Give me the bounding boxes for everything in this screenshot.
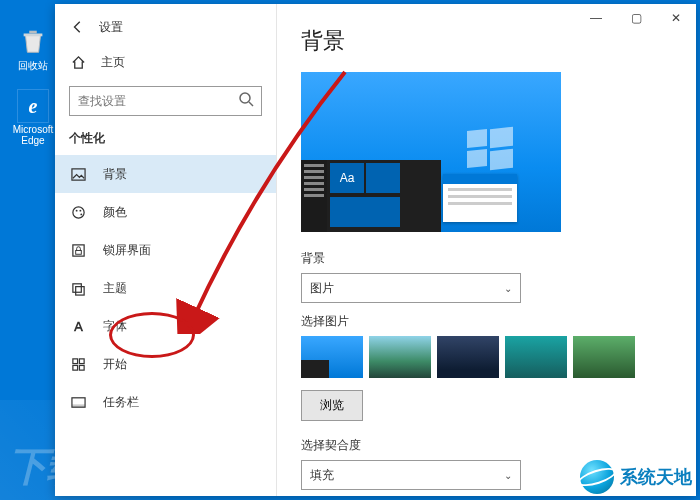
svg-rect-13 [79,365,84,370]
preview-start-menu: Aa [301,160,441,232]
svg-point-0 [240,93,250,103]
minimize-button[interactable]: — [576,4,616,32]
home-icon [69,53,87,71]
sidebar-item-fonts[interactable]: 字体 [55,307,276,345]
font-icon [69,317,87,335]
fit-label: 选择契合度 [301,437,672,454]
chevron-down-icon: ⌄ [504,470,512,481]
svg-point-5 [80,213,82,215]
close-button[interactable]: ✕ [656,4,696,32]
back-row[interactable]: 设置 [55,10,276,44]
theme-icon [69,279,87,297]
search-box[interactable] [69,86,262,116]
sidebar-item-lockscreen[interactable]: 锁屏界面 [55,231,276,269]
svg-rect-10 [72,358,77,363]
window-controls: — ▢ ✕ [576,4,696,32]
select-value: 图片 [310,280,334,297]
picture-thumb[interactable] [573,336,635,378]
sidebar-item-start[interactable]: 开始 [55,345,276,383]
picture-thumb[interactable] [369,336,431,378]
sidebar-item-themes[interactable]: 主题 [55,269,276,307]
picture-thumb[interactable] [505,336,567,378]
recycle-bin-icon [17,25,49,57]
palette-icon [69,203,87,221]
svg-point-2 [72,206,83,217]
svg-rect-9 [75,286,83,294]
svg-rect-7 [75,250,81,254]
svg-rect-11 [79,358,84,363]
fit-select[interactable]: 填充 ⌄ [301,460,521,490]
windows-logo-icon [467,130,513,170]
background-dropdown-label: 背景 [301,250,672,267]
chevron-down-icon: ⌄ [504,283,512,294]
picture-thumbs [301,336,672,378]
svg-rect-15 [71,404,84,407]
edge-icon: e [17,90,49,122]
sidebar-item-label: 背景 [103,166,127,183]
sidebar-item-label: 锁屏界面 [103,242,151,259]
lockscreen-icon [69,241,87,259]
sidebar-home-label: 主页 [101,54,125,71]
picture-icon [69,165,87,183]
sidebar-section-header: 个性化 [55,126,276,155]
background-type-select[interactable]: 图片 ⌄ [301,273,521,303]
svg-point-3 [75,209,77,211]
app-title: 设置 [99,19,123,36]
background-preview: Aa [301,72,561,232]
picture-thumb[interactable] [437,336,499,378]
svg-rect-12 [72,365,77,370]
svg-point-4 [79,209,81,211]
sidebar-item-background[interactable]: 背景 [55,155,276,193]
maximize-button[interactable]: ▢ [616,4,656,32]
start-icon [69,355,87,373]
picture-thumb[interactable] [301,336,363,378]
browse-button[interactable]: 浏览 [301,390,363,421]
svg-rect-8 [72,283,80,291]
search-input[interactable] [69,86,262,116]
sidebar-item-label: 开始 [103,356,127,373]
desktop-icon-recycle-bin[interactable]: 回收站 [8,25,58,73]
settings-sidebar: 设置 主页 个性化 背景 [55,4,277,496]
sidebar-item-label: 主题 [103,280,127,297]
choose-picture-label: 选择图片 [301,313,672,330]
sidebar-item-colors[interactable]: 颜色 [55,193,276,231]
settings-content: — ▢ ✕ 背景 Aa 背景 图片 ⌄ [277,4,696,496]
back-icon [69,18,87,36]
preview-mini-window [443,174,517,222]
sidebar-item-label: 颜色 [103,204,127,221]
desktop-icon-edge[interactable]: e Microsoft Edge [8,90,58,146]
sidebar-item-label: 任务栏 [103,394,139,411]
svg-rect-1 [71,168,84,179]
sidebar-home[interactable]: 主页 [55,44,276,80]
settings-window: 设置 主页 个性化 背景 [55,4,696,496]
search-icon [238,91,256,109]
taskbar-icon [69,393,87,411]
desktop-icon-label: 回收站 [8,59,58,73]
select-value: 填充 [310,467,334,484]
desktop-icon-label: Microsoft Edge [8,124,58,146]
sidebar-item-label: 字体 [103,318,127,335]
sidebar-item-taskbar[interactable]: 任务栏 [55,383,276,421]
preview-tile-aa: Aa [330,163,364,193]
